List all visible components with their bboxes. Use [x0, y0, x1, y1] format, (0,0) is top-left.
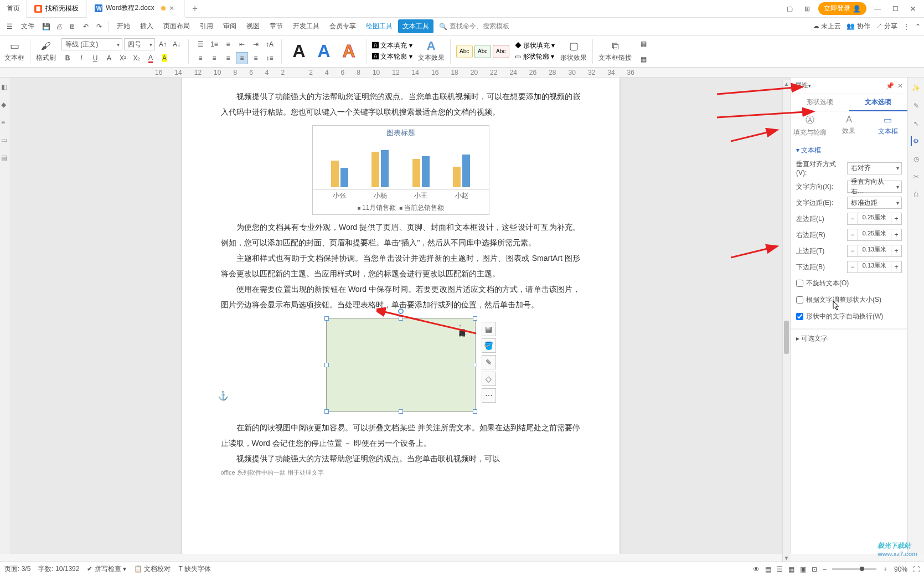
auto-wrap-checkbox[interactable]: 形状中的文字自动换行(W) — [796, 310, 902, 323]
hamburger-icon[interactable]: ☰ — [3, 20, 16, 33]
resize-handle-nw[interactable] — [324, 316, 329, 321]
section-textbox[interactable]: ▾ 文本框 — [791, 141, 907, 160]
ribbon-group-settings-2[interactable]: ▦ — [637, 53, 649, 65]
resize-handle-s[interactable] — [399, 409, 403, 414]
font-family-select[interactable]: 等线 (正文) — [61, 38, 122, 50]
dec-button[interactable]: − — [847, 213, 858, 225]
alignment-dist-button[interactable]: ≡ — [222, 38, 234, 50]
zoom-value[interactable]: 90% — [894, 565, 907, 573]
side-find-icon[interactable]: ⎙ — [911, 189, 921, 199]
share-button[interactable]: ↗ 分享 — [876, 22, 897, 31]
inc-button[interactable]: + — [891, 245, 902, 257]
textbox-link-button[interactable]: ⧉文本框链接 — [598, 40, 632, 63]
anchor-icon[interactable]: ⚓ — [218, 390, 229, 401]
text-effect-button[interactable]: A文本效果 — [418, 40, 445, 63]
pin-icon[interactable]: 📌 — [886, 82, 894, 90]
zoom-thumb[interactable] — [860, 567, 864, 571]
menu-reference[interactable]: 引用 — [195, 19, 218, 33]
more-icon[interactable]: ⋮ — [903, 23, 910, 30]
direction-select[interactable]: 垂直方向从右... — [847, 181, 902, 193]
subtab-fill-outline[interactable]: Ⓐ填充与轮廓 — [791, 111, 829, 141]
checkbox[interactable] — [796, 280, 803, 287]
text-direction-button[interactable]: ↕A — [264, 38, 276, 50]
reading-mode-icon[interactable]: 👁 — [753, 565, 760, 573]
optional-text-section[interactable]: ▸ 可选文字 — [791, 329, 907, 348]
nav-icon-2[interactable]: ◆ — [1, 101, 9, 109]
menu-view[interactable]: 视图 — [242, 19, 264, 33]
inc-button[interactable]: + — [891, 229, 902, 241]
side-settings-icon[interactable]: ⚙ — [911, 136, 921, 146]
undo-icon[interactable]: ↶ — [80, 20, 92, 33]
grow-font-icon[interactable]: A↑ — [157, 38, 169, 50]
inc-button[interactable]: + — [891, 213, 902, 225]
maximize-button[interactable]: ☐ — [889, 2, 902, 16]
inc-button[interactable]: + — [891, 261, 902, 273]
scroll-up-icon[interactable]: ▲ — [783, 80, 790, 88]
zoom-in-button[interactable]: ＋ — [882, 564, 889, 574]
resize-handle-e[interactable] — [473, 363, 477, 367]
align-left-button[interactable]: ≡ — [194, 52, 207, 64]
resize-handle-ne[interactable] — [473, 316, 477, 321]
resize-handle-w[interactable] — [324, 363, 329, 367]
minimize-button[interactable]: — — [871, 2, 884, 16]
font-size-select[interactable]: 四号 — [124, 38, 155, 50]
left-margin-value[interactable]: 0.25厘米 — [858, 213, 891, 225]
bold-button[interactable]: B — [61, 52, 74, 64]
strike-button[interactable]: A̶ — [103, 52, 115, 64]
text-style-1[interactable]: A — [287, 40, 311, 63]
side-select-icon[interactable]: ↖ — [911, 119, 921, 128]
bottom-margin-value[interactable]: 0.13厘米 — [858, 261, 891, 273]
top-margin-value[interactable]: 0.13厘米 — [858, 245, 891, 257]
missing-font-button[interactable]: Т 缺失字体 — [178, 564, 211, 574]
outline-button[interactable]: ✎ — [482, 355, 496, 369]
highlight-button[interactable]: A — [158, 52, 171, 64]
embedded-chart[interactable]: 图表标题 小张小杨小王小赵 ■ 11月销售额 ■ 当前总销售额 — [312, 125, 489, 215]
close-button[interactable]: ✕ — [906, 2, 920, 16]
top-margin-spinner[interactable]: −0.13厘米+ — [847, 245, 902, 257]
text-style-2[interactable]: A — [312, 40, 335, 63]
subscript-button[interactable]: X₂ — [131, 52, 143, 64]
document-area[interactable]: 视频提供了功能强大的方法帮助您证明您的观点。当您单击联机视频时，可以在想要添加的… — [11, 78, 790, 554]
side-clock-icon[interactable]: ◷ — [911, 154, 921, 164]
subtab-effects[interactable]: A效果 — [829, 111, 868, 141]
menu-text-tools[interactable]: 文本工具 — [398, 19, 433, 33]
dec-button[interactable]: − — [847, 261, 858, 273]
print-preview-icon[interactable]: 🗎 — [66, 20, 79, 33]
side-clip-icon[interactable]: ✂ — [911, 172, 921, 182]
tab-home[interactable]: 首页 — [0, 0, 27, 18]
tab-shape-options[interactable]: 形状选项 — [791, 94, 849, 111]
text-style-3[interactable]: A — [337, 40, 360, 63]
new-tab-button[interactable]: ＋ — [188, 2, 202, 16]
indent-inc-button[interactable]: ⇥ — [250, 38, 262, 50]
textbox-button[interactable]: ▭文本框 — [4, 40, 24, 63]
nav-icon-5[interactable]: ▤ — [1, 154, 9, 162]
shape-style-1[interactable]: Abc — [456, 45, 473, 58]
underline-button[interactable]: U — [89, 52, 101, 64]
side-edit-icon[interactable]: ✎ — [911, 101, 921, 111]
collapse-ribbon-icon[interactable]: ⌃ — [915, 23, 921, 30]
layout-options-button[interactable]: ▦ — [482, 322, 496, 336]
shape-fill-button[interactable]: ◆ 形状填充 ▾ — [515, 41, 555, 50]
horizontal-ruler[interactable]: 1614121086422468101214161820222426283032… — [0, 68, 924, 78]
cloud-status[interactable]: ☁ 未上云 — [813, 22, 841, 31]
text-fill-button[interactable]: 🅰 文本填充 ▾ — [372, 41, 412, 50]
fill-button[interactable]: 🪣 — [482, 338, 496, 353]
zoom-slider[interactable] — [832, 568, 876, 570]
left-margin-spinner[interactable]: −0.25厘米+ — [847, 213, 902, 225]
view-outline-icon[interactable]: ☰ — [777, 565, 783, 573]
side-assistant-icon[interactable]: ✨ — [911, 83, 921, 93]
shape-outline-button[interactable]: ▭ 形状轮廓 ▾ — [515, 52, 555, 61]
indent-dec-button[interactable]: ⇤ — [236, 38, 248, 50]
subtab-textbox[interactable]: ▭文本框 — [869, 111, 907, 141]
bullets-button[interactable]: ☰ — [194, 38, 207, 50]
view-focus-icon[interactable]: ▣ — [800, 565, 806, 573]
scroll-down-icon[interactable]: ▼ — [783, 554, 790, 562]
shape-effect-button[interactable]: ▢形状效果 — [560, 40, 587, 63]
nav-icon-1[interactable]: ◧ — [1, 83, 9, 91]
align-justify-button[interactable]: ≡ — [236, 52, 248, 64]
superscript-button[interactable]: X² — [117, 52, 129, 64]
resize-handle-se[interactable] — [473, 409, 477, 414]
proofing-button[interactable]: 📋 文档校对 — [134, 564, 171, 574]
shape-style-2[interactable]: Abc — [474, 45, 491, 58]
bottom-margin-spinner[interactable]: −0.13厘米+ — [847, 261, 902, 273]
